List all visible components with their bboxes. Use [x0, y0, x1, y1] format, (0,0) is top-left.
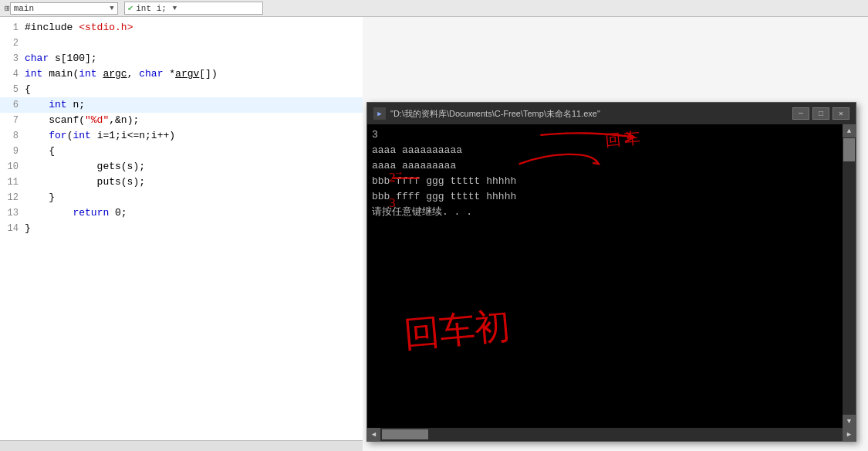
output-line-6: 请按任意键继续. . . — [372, 205, 838, 220]
line-num-7: 7 — [0, 114, 25, 128]
output-line-4: bbb ffff ggg ttttt hhhhh — [372, 174, 838, 189]
ide-top-bar: ⊞ main ▼ ✔ int i; ▼ — [0, 0, 868, 17]
code-line-7: 7 scanf("%d",&n); — [0, 113, 363, 128]
output-line-5: bbb ffff ggg ttttt hhhhh — [372, 189, 838, 205]
output-line-2: aaaa aaaaaaaaaa — [372, 143, 838, 158]
line-content-11: puts(s); — [25, 175, 363, 189]
code-lines: 1 #include <stdio.h> 2 3 char s[100]; 4 … — [0, 17, 363, 239]
function-label: main — [14, 4, 34, 13]
line-num-4: 4 — [0, 67, 25, 82]
check-icon: ✔ — [128, 3, 133, 13]
code-line-4: 4 int main(int argc, char *argv[]) — [0, 66, 363, 82]
code-line-11: 11 puts(s); — [0, 175, 363, 190]
line-num-2: 2 — [0, 36, 25, 51]
line-num-3: 3 — [0, 52, 25, 66]
code-line-8: 8 for(int i=1;i<=n;i++) — [0, 128, 363, 144]
output-line-3: aaaa aaaaaaaaa — [372, 158, 838, 174]
hscroll-left-arrow[interactable]: ◀ — [367, 428, 380, 441]
line-content-4: int main(int argc, char *argv[]) — [25, 66, 363, 81]
minimize-button[interactable]: ─ — [792, 107, 809, 120]
scroll-up-arrow[interactable]: ▲ — [843, 124, 856, 137]
console-output: 3 aaaa aaaaaaaaaa aaaa aaaaaaaaa bbb fff… — [372, 127, 838, 220]
console-controls: ─ □ ✕ — [792, 107, 849, 120]
console-titlebar: ▶ "D:\我的资料库\Documents\C-Free\Temp\未命名11.… — [367, 103, 856, 124]
code-line-2: 2 — [0, 36, 363, 51]
line-content-1: #include <stdio.h> — [25, 20, 363, 35]
code-editor[interactable]: 1 #include <stdio.h> 2 3 char s[100]; 4 … — [0, 17, 363, 451]
func-dropdown-arrow: ▼ — [110, 5, 113, 12]
function-icon: ⊞ — [5, 3, 10, 13]
line-num-8: 8 — [0, 129, 25, 144]
console-content: 3 aaaa aaaaaaaaaa aaaa aaaaaaaaa bbb fff… — [367, 124, 843, 428]
function-dropdown[interactable]: main ▼ — [10, 2, 118, 15]
code-line-6: 6 int n; — [0, 97, 363, 113]
ide-main: 1 #include <stdio.h> 2 3 char s[100]; 4 … — [0, 17, 868, 451]
hscroll-thumb[interactable] — [382, 429, 428, 439]
hscroll-track — [380, 428, 843, 441]
ide-horizontal-scrollbar[interactable] — [0, 440, 363, 451]
var-dropdown-arrow: ▼ — [173, 5, 177, 12]
line-content-9: { — [25, 144, 363, 158]
console-vertical-scrollbar[interactable]: ▲ ▼ — [843, 124, 856, 428]
line-content-2 — [25, 36, 363, 50]
console-window: ▶ "D:\我的资料库\Documents\C-Free\Temp\未命名11.… — [366, 102, 856, 442]
restore-button[interactable]: □ — [812, 107, 829, 120]
var-label: int i; — [136, 4, 167, 13]
scroll-thumb[interactable] — [843, 138, 855, 161]
code-line-12: 12 } — [0, 190, 363, 205]
code-line-13: 13 return 0; — [0, 205, 363, 221]
close-button[interactable]: ✕ — [833, 107, 849, 120]
line-content-6: int n; — [25, 97, 363, 112]
code-line-1: 1 #include <stdio.h> — [0, 20, 363, 36]
code-line-3: 3 char s[100]; — [0, 51, 363, 66]
code-line-14: 14 } — [0, 221, 363, 236]
scroll-track — [843, 137, 856, 415]
line-num-14: 14 — [0, 222, 25, 236]
console-app-icon: ▶ — [373, 107, 386, 120]
console-body: 3 aaaa aaaaaaaaaa aaaa aaaaaaaaa bbb fff… — [367, 124, 856, 428]
line-content-10: gets(s); — [25, 159, 363, 174]
line-content-8: for(int i=1;i<=n;i++) — [25, 128, 363, 143]
line-content-7: scanf("%d",&n); — [25, 113, 363, 127]
line-content-13: return 0; — [25, 205, 363, 220]
code-line-5: 5 { — [0, 82, 363, 97]
code-line-9: 9 { — [0, 144, 363, 159]
line-num-1: 1 — [0, 21, 25, 36]
line-content-12: } — [25, 190, 363, 205]
variable-dropdown[interactable]: ✔ int i; ▼ — [124, 2, 263, 15]
hscroll-right-arrow[interactable]: ▶ — [843, 428, 856, 441]
code-line-10: 10 gets(s); — [0, 159, 363, 175]
scroll-down-arrow[interactable]: ▼ — [843, 415, 856, 428]
line-content-14: } — [25, 221, 363, 236]
svg-text:回车初: 回车初 — [402, 306, 512, 354]
output-line-1: 3 — [372, 127, 838, 143]
line-num-9: 9 — [0, 144, 25, 159]
line-num-10: 10 — [0, 160, 25, 175]
line-num-6: 6 — [0, 98, 25, 113]
console-horizontal-scrollbar[interactable]: ◀ ▶ — [367, 428, 856, 441]
line-content-5: { — [25, 82, 363, 97]
console-title: "D:\我的资料库\Documents\C-Free\Temp\未命名11.ex… — [390, 108, 792, 120]
line-num-13: 13 — [0, 206, 25, 221]
line-num-5: 5 — [0, 83, 25, 97]
line-num-11: 11 — [0, 175, 25, 190]
line-content-3: char s[100]; — [25, 51, 363, 66]
line-num-12: 12 — [0, 191, 25, 205]
